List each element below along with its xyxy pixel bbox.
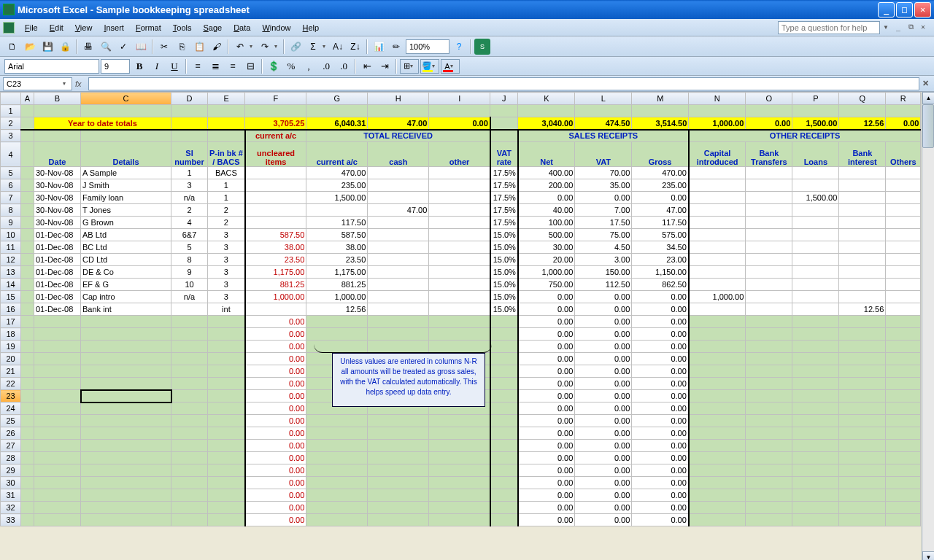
menu-tools[interactable]: Tools [167,22,198,34]
decrease-decimal-icon[interactable]: .0 [336,59,352,74]
active-cell[interactable] [81,390,171,402]
bold-button[interactable]: B [131,59,147,74]
borders-button[interactable]: ⊞▾ [400,59,419,74]
menu-file[interactable]: File [19,22,44,34]
menu-edit[interactable]: Edit [44,22,69,34]
col-header[interactable]: P [792,93,839,105]
col-header[interactable]: N [689,93,746,105]
sort-desc-icon[interactable]: Z↓ [347,39,363,55]
window-title: Microsoft Excel - Sample bookkeeping spr… [18,4,878,15]
menu-window[interactable]: Window [256,22,296,34]
vertical-scrollbar[interactable]: ▲ ▼ [922,92,934,560]
col-header[interactable]: Q [839,93,886,105]
underline-button[interactable]: U [166,59,182,74]
col-header[interactable]: K [518,93,575,105]
currency-icon[interactable]: 💲 [266,59,282,74]
col-header[interactable]: B [34,93,81,105]
close-button[interactable]: ✕ [914,2,931,18]
menu-help[interactable]: Help [297,22,325,34]
col-header[interactable]: J [490,93,518,105]
col-header[interactable]: C [81,93,171,105]
maximize-button[interactable]: □ [896,2,913,18]
doc-close-button[interactable]: ✕ [921,23,931,33]
research-icon[interactable]: 📖 [133,39,149,55]
col-header[interactable]: G [306,93,368,105]
font-color-button[interactable]: A▾ [441,59,460,74]
align-right-icon[interactable]: ≡ [225,59,241,74]
menu-data[interactable]: Data [228,22,256,34]
merge-icon[interactable]: ⊟ [242,59,258,74]
col-header[interactable]: R [886,93,921,105]
col-header[interactable]: F [245,93,306,105]
menu-view[interactable]: View [69,22,99,34]
print-icon[interactable]: 🖶 [80,39,96,55]
font-name-select[interactable]: Arial [4,59,99,74]
help-search-input[interactable] [778,21,880,34]
align-left-icon[interactable]: ≡ [190,59,206,74]
fill-color-button[interactable]: 🪣▾ [420,59,439,74]
open-icon[interactable]: 📂 [22,39,38,55]
col-header[interactable]: D [171,93,208,105]
scroll-thumb[interactable] [922,104,934,148]
col-header[interactable]: O [746,93,792,105]
standard-toolbar: 🗋 📂 💾 🔒 🖶 🔍 ✓ 📖 ✂ ⎘ 📋 🖌 ↶▾ ↷▾ 🔗 Σ▾ A↓ Z↓… [0,36,934,57]
formula-bar-close-icon[interactable]: ✕ [919,79,931,88]
name-box[interactable]: C23▾ [3,77,72,90]
format-toolbar: Arial 9 B I U ≡ ≣ ≡ ⊟ 💲 % , .0 .0 ⇤ ⇥ ⊞▾… [0,57,934,76]
doc-restore-button[interactable]: ⧉ [908,23,919,33]
paste-icon[interactable]: 📋 [191,39,207,55]
increase-indent-icon[interactable]: ⇥ [377,59,393,74]
print-preview-icon[interactable]: 🔍 [98,39,114,55]
sort-asc-icon[interactable]: A↓ [330,39,346,55]
zoom-select[interactable]: 100% [406,39,449,54]
doc-minimize-button[interactable]: _ [896,23,906,33]
formula-bar-row: C23▾ fx ✕ [0,76,934,92]
help-icon[interactable]: ? [451,39,467,55]
percent-icon[interactable]: % [283,59,299,74]
menu-format[interactable]: Format [130,22,167,34]
spelling-icon[interactable]: ✓ [115,39,131,55]
new-icon[interactable]: 🗋 [4,39,20,55]
brace-annotation [314,331,492,353]
formula-bar[interactable] [88,77,919,90]
cut-icon[interactable]: ✂ [156,39,172,55]
scroll-down-icon[interactable]: ▼ [922,551,934,560]
col-header[interactable]: A [21,93,34,105]
undo-icon[interactable]: ↶ [232,39,248,55]
app-icon [3,4,15,15]
format-painter-icon[interactable]: 🖌 [209,39,225,55]
fx-icon[interactable]: fx [72,79,88,88]
autosum-icon[interactable]: Σ [305,39,321,55]
help-dropdown-icon[interactable]: ▼ [883,24,889,31]
col-header[interactable]: I [429,93,490,105]
copy-icon[interactable]: ⎘ [174,39,190,55]
menu-insert[interactable]: Insert [98,22,130,34]
save-icon[interactable]: 💾 [39,39,55,55]
sage-icon[interactable]: S [474,39,490,55]
doc-icon [3,22,15,34]
col-header[interactable]: L [575,93,632,105]
drawing-icon[interactable]: ✏ [388,39,404,55]
hyperlink-icon[interactable]: 🔗 [287,39,304,55]
worksheet-grid[interactable]: ABCDEFGHIJKLMNOPQR12Year to date totals3… [0,92,922,560]
titlebar: Microsoft Excel - Sample bookkeeping spr… [0,0,934,19]
scroll-up-icon[interactable]: ▲ [922,92,934,104]
col-header[interactable]: E [208,93,245,105]
redo-icon[interactable]: ↷ [257,39,273,55]
font-size-select[interactable]: 9 [101,59,130,74]
italic-button[interactable]: I [149,59,165,74]
menu-sage[interactable]: Sage [197,22,228,34]
chart-icon[interactable]: 📊 [371,39,387,55]
decrease-indent-icon[interactable]: ⇤ [359,59,375,74]
align-center-icon[interactable]: ≣ [207,59,223,74]
col-header[interactable]: M [632,93,689,105]
permission-icon[interactable]: 🔒 [57,39,73,55]
increase-decimal-icon[interactable]: .0 [318,59,334,74]
note-callout: Unless values are entered in columns N-R… [332,353,485,407]
comma-icon[interactable]: , [301,59,317,74]
col-header[interactable]: H [368,93,429,105]
menubar: FileEditViewInsertFormatToolsSageDataWin… [0,19,934,36]
minimize-button[interactable]: _ [878,2,895,18]
